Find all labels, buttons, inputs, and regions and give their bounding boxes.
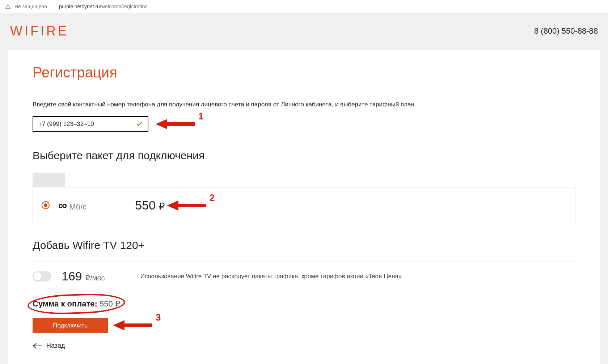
total-label: Сумма к оплате: — [33, 299, 97, 308]
back-arrow-icon — [33, 343, 43, 349]
tv-toggle[interactable] — [33, 271, 51, 282]
insecure-icon — [5, 4, 11, 9]
logo[interactable]: WIFIRE — [10, 24, 69, 39]
support-phone: 8 (800) 550-88-88 — [534, 26, 598, 36]
registration-card: Регистрация Введите свой контактный номе… — [8, 50, 600, 364]
annotation-number-2: 2 — [210, 192, 215, 203]
plan-section-title: Выберите пакет для подключения — [33, 149, 575, 162]
url-host: purple.netbynet.ru — [59, 4, 100, 9]
annotation-number-1: 1 — [198, 111, 203, 122]
instruction-text: Введите свой контактный номер телефона д… — [33, 101, 575, 108]
plan-tab[interactable] — [33, 173, 65, 187]
url-path: /welcome/registration — [100, 4, 148, 9]
annotation-arrow-3: 3 — [113, 318, 161, 333]
speed-unit: Мб/с — [69, 202, 86, 212]
plan-price: 550 ₽ — [135, 198, 165, 212]
phone-input-value: +7 (999) 123–32–10 — [38, 120, 94, 128]
svg-point-1 — [8, 8, 8, 8]
annotation-arrow-1: 1 — [156, 117, 203, 131]
tv-description: Использование Wifire TV не расходует пак… — [140, 273, 402, 280]
tv-section-title: Добавь Wifire TV 120+ — [33, 239, 575, 251]
browser-address-bar: Не защищено purple.netbynet.ru/welcome/r… — [0, 0, 608, 13]
total-row: Сумма к оплате: 550 ₽ — [33, 299, 120, 309]
tv-price: 169 ₽/мес — [62, 269, 105, 283]
tv-option-row: 169 ₽/мес Использование Wifire TV не рас… — [33, 269, 575, 283]
back-link[interactable]: Назад — [33, 342, 575, 350]
url[interactable]: purple.netbynet.ru/welcome/registration — [59, 4, 148, 9]
svg-marker-3 — [156, 119, 167, 129]
total-value: 550 ₽ — [100, 299, 120, 308]
svg-marker-5 — [167, 200, 178, 211]
infinity-icon: ∞ — [58, 199, 67, 211]
annotation-arrow-2: 2 — [167, 198, 215, 213]
connect-button[interactable]: Подключить — [33, 318, 108, 333]
phone-input[interactable]: +7 (999) 123–32–10 — [33, 116, 148, 132]
site-header: WIFIRE 8 (800) 550-88-88 — [0, 13, 608, 42]
divider — [33, 262, 575, 262]
page-title: Регистрация — [33, 64, 575, 81]
plan-radio[interactable] — [42, 201, 50, 209]
plan-option-row[interactable]: ∞ Мб/с 550 ₽ 2 — [33, 187, 575, 223]
annotation-number-3: 3 — [156, 312, 161, 323]
separator — [53, 4, 53, 9]
checkmark-icon — [136, 120, 143, 128]
svg-marker-7 — [113, 320, 124, 330]
security-label: Не защищено — [14, 4, 47, 9]
back-label: Назад — [46, 342, 65, 350]
